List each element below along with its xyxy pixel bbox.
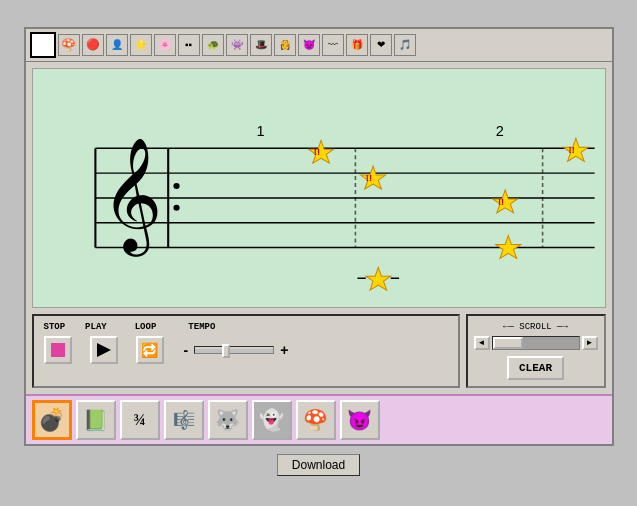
scroll-label: ←— SCROLL —→	[474, 322, 598, 332]
stop-button[interactable]	[44, 336, 72, 364]
transport-labels-row: STOP PLAY LOOP TEMPO	[44, 322, 448, 332]
bottom-icon-ghost[interactable]: 👻	[252, 400, 292, 440]
svg-marker-21	[365, 267, 390, 290]
toolbar-icon-2[interactable]: 🔴	[82, 34, 104, 56]
svg-point-7	[173, 183, 179, 189]
notation-area: 1 2 𝄞 !! !! !!	[32, 68, 606, 308]
stop-label: STOP	[44, 322, 66, 332]
tempo-label: TEMPO	[188, 322, 215, 332]
toolbar-icon-10[interactable]: 👸	[274, 34, 296, 56]
toolbar-icon-5[interactable]: 🌸	[154, 34, 176, 56]
bottom-icon-notesgrid[interactable]: 🎼	[164, 400, 204, 440]
tempo-plus-button[interactable]: +	[280, 342, 288, 358]
controls-area: STOP PLAY LOOP TEMPO 🔁	[32, 314, 606, 388]
scroll-bar: ◄ ►	[474, 336, 598, 350]
toolbar-icon-12[interactable]: 〰	[322, 34, 344, 56]
bottom-icon-bowser[interactable]: 😈	[340, 400, 380, 440]
toolbar-icon-3[interactable]: 👤	[106, 34, 128, 56]
tempo-slider[interactable]	[194, 346, 274, 354]
transport-controls: STOP PLAY LOOP TEMPO 🔁	[32, 314, 460, 388]
loop-label: LOOP	[135, 322, 157, 332]
svg-point-8	[173, 204, 179, 210]
note-star-3: !!	[492, 189, 517, 212]
main-window: 🍄 🔴 👤 ⭐ 🌸 ▪▪ 🐢 👾 🎩 👸 😈 〰 🎁 ❤ 🎵	[24, 27, 614, 446]
bottom-icon-bomb[interactable]: 💣	[32, 400, 72, 440]
toolbar-icon-15[interactable]: 🎵	[394, 34, 416, 56]
note-star-6: !!	[563, 138, 588, 161]
svg-text:!!: !!	[313, 147, 319, 157]
bottom-icon-mushroom[interactable]: 🍄	[296, 400, 336, 440]
scroll-area: ←— SCROLL —→ ◄ ► CLEAR	[466, 314, 606, 388]
bottom-toolbar: 💣 📗 ¾ 🎼 🐺 👻 🍄 😈	[26, 394, 612, 444]
toolbar-icon-1[interactable]: 🍄	[58, 34, 80, 56]
toolbar-icon-7[interactable]: 🐢	[202, 34, 224, 56]
download-button[interactable]: Download	[277, 454, 360, 476]
scroll-left-button[interactable]: ◄	[474, 336, 490, 350]
scroll-track[interactable]	[492, 336, 580, 350]
svg-marker-16	[360, 166, 385, 189]
note-star-2: !!	[360, 166, 385, 189]
svg-text:!!: !!	[365, 173, 371, 183]
toolbar-icon-9[interactable]: 🎩	[250, 34, 272, 56]
scroll-thumb[interactable]	[493, 337, 523, 349]
svg-marker-20	[495, 235, 520, 258]
svg-text:𝄞: 𝄞	[100, 137, 161, 256]
note-star-4	[495, 235, 520, 258]
bottom-icon-timesig[interactable]: ¾	[120, 400, 160, 440]
staff-svg: 1 2 𝄞 !! !! !!	[33, 69, 605, 307]
svg-text:!!: !!	[568, 145, 574, 155]
note-star-5	[357, 267, 399, 290]
transport-buttons-row: 🔁 - +	[44, 336, 448, 364]
download-container: Download	[273, 446, 364, 480]
svg-text:!!: !!	[497, 197, 503, 207]
loop-icon: 🔁	[141, 342, 158, 358]
bottom-icon-book[interactable]: 📗	[76, 400, 116, 440]
note-star-1: !!	[308, 140, 333, 163]
play-icon	[97, 343, 111, 357]
bottom-icon-wolf[interactable]: 🐺	[208, 400, 248, 440]
toolbar-icon-11[interactable]: 😈	[298, 34, 320, 56]
svg-marker-24	[563, 138, 588, 161]
top-toolbar: 🍄 🔴 👤 ⭐ 🌸 ▪▪ 🐢 👾 🎩 👸 😈 〰 🎁 ❤ 🎵	[26, 29, 612, 62]
stop-icon	[51, 343, 65, 357]
toolbar-icon-13[interactable]: 🎁	[346, 34, 368, 56]
svg-text:2: 2	[495, 123, 503, 139]
svg-marker-14	[308, 140, 333, 163]
svg-text:1: 1	[256, 123, 264, 139]
svg-marker-18	[492, 189, 517, 212]
clear-button[interactable]: CLEAR	[507, 356, 564, 380]
scroll-right-button[interactable]: ►	[582, 336, 598, 350]
tempo-thumb[interactable]	[222, 344, 230, 358]
tempo-track	[195, 349, 273, 353]
toolbar-icon-14[interactable]: ❤	[370, 34, 392, 56]
play-label: PLAY	[85, 322, 107, 332]
loop-button[interactable]: 🔁	[136, 336, 164, 364]
toolbar-icon-4[interactable]: ⭐	[130, 34, 152, 56]
play-button[interactable]	[90, 336, 118, 364]
tempo-row: - +	[184, 342, 289, 358]
toolbar-icon-6[interactable]: ▪▪	[178, 34, 200, 56]
toolbar-icon-8[interactable]: 👾	[226, 34, 248, 56]
tempo-minus-button[interactable]: -	[184, 342, 189, 358]
toolbar-icon-whitebox[interactable]	[30, 32, 56, 58]
